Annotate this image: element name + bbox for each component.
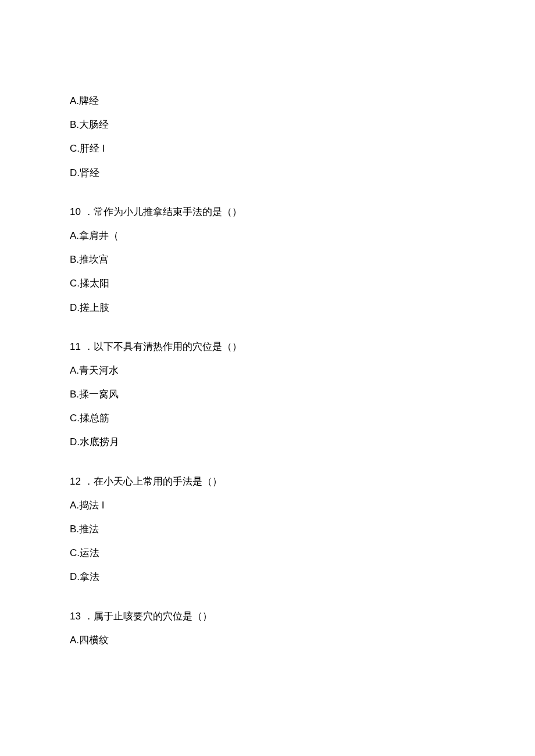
q12-question: 12 ．在小天心上常用的手法是（）	[70, 474, 465, 489]
q10-question: 10 ．常作为小儿推拿结束手法的是（）	[70, 204, 465, 220]
q11-option-c: C.揉总筋	[70, 410, 465, 426]
q9-option-b: B.大肠经	[70, 117, 465, 132]
q11-question: 11 ．以下不具有清热作用的穴位是（）	[70, 339, 465, 354]
q12-option-d: D.拿法	[70, 569, 465, 585]
q13-question: 13 ．属于止咳要穴的穴位是（）	[70, 608, 465, 624]
q9-option-a: A.牌经	[70, 93, 465, 109]
q11-option-d: D.水底捞月	[70, 434, 465, 450]
q11-option-b: B.揉一窝风	[70, 386, 465, 402]
q10-option-b: B.推坎宫	[70, 252, 465, 267]
q12-option-b: B.推法	[70, 521, 465, 537]
q13-option-a: A.四横纹	[70, 632, 465, 648]
q9-option-c: C.肝经 I	[70, 141, 465, 156]
q12-option-a: A.捣法 I	[70, 497, 465, 513]
q9-option-d: D.肾经	[70, 165, 465, 181]
q10-option-d: D.搓上肢	[70, 300, 465, 316]
q11-option-a: A.青天河水	[70, 363, 465, 378]
q12-option-c: C.运法	[70, 545, 465, 561]
q10-option-c: C.揉太阳	[70, 275, 465, 291]
q10-option-a: A.拿肩井（	[70, 228, 465, 243]
